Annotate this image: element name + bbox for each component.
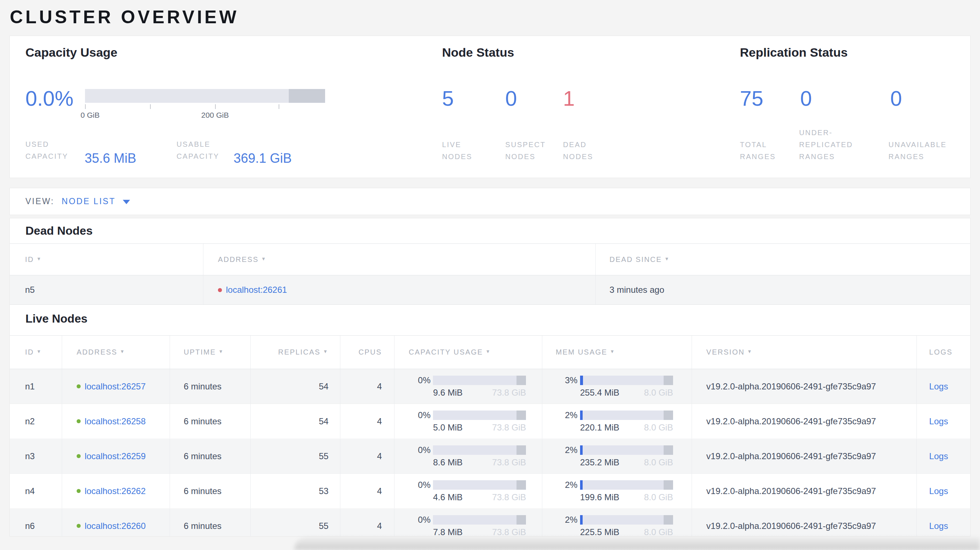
capacity-bar-endcap (517, 480, 526, 490)
node-address-cell: localhost:26258 (62, 404, 170, 439)
node-capacity-usage: 0% 9.6 MiB 73.8 GiB (395, 369, 542, 404)
live-status-dot-icon (76, 419, 81, 423)
total-ranges-count: 75 (740, 86, 764, 110)
node-version: v19.2.0-alpha.20190606-2491-gfe735c9a97 (692, 509, 917, 537)
live-node-row: n6 localhost:26260 6 minutes 55 4 0% 7.8… (10, 509, 970, 537)
capacity-bar-endcap (517, 445, 526, 455)
header-cpus: CPUS (340, 335, 395, 369)
node-capacity-usage: 0% 7.8 MiB 73.8 GiB (395, 509, 542, 537)
header-capacity-usage[interactable]: CAPACITY USAGE▼ (395, 335, 542, 369)
sort-desc-icon[interactable]: ▼ (36, 256, 42, 262)
under-replicated-label: UNDER- REPLICATED RANGES (799, 127, 853, 163)
node-id: n2 (10, 404, 62, 439)
node-logs-cell: Logs (917, 416, 970, 426)
node-address-link[interactable]: localhost:26262 (84, 486, 146, 496)
mem-bar (580, 376, 673, 385)
sort-desc-icon[interactable]: ▼ (323, 349, 328, 354)
logs-link[interactable]: Logs (929, 382, 948, 391)
logs-link[interactable]: Logs (929, 521, 948, 531)
header-id[interactable]: ID▼ (10, 335, 62, 369)
content-edge-shadow (294, 537, 980, 550)
mem-bar (580, 445, 673, 455)
dead-since-value: 3 minutes ago (596, 285, 970, 295)
mem-bar (580, 515, 673, 525)
header-address[interactable]: ADDRESS▼ (204, 244, 596, 275)
unavailable-ranges-label: UNAVAILABLE RANGES (888, 139, 947, 163)
mem-bar-endcap (663, 445, 673, 455)
capacity-usage-title: Capacity Usage (25, 45, 117, 60)
sort-desc-icon[interactable]: ▼ (664, 256, 670, 262)
header-mem-usage[interactable]: MEM USAGE▼ (542, 335, 692, 369)
page-title: CLUSTER OVERVIEW (10, 6, 239, 28)
dead-node-address-link[interactable]: localhost:26261 (226, 285, 287, 295)
node-capacity-usage: 0% 5.0 MiB 73.8 GiB (395, 404, 542, 439)
sort-desc-icon[interactable]: ▼ (218, 349, 224, 354)
node-address-link[interactable]: localhost:26257 (84, 382, 146, 392)
dead-node-address-cell: localhost:26261 (204, 275, 596, 304)
node-version: v19.2.0-alpha.20190606-2491-gfe735c9a97 (692, 474, 917, 508)
dead-nodes-heading: Dead Nodes (25, 224, 92, 238)
dead-nodes-label: DEAD NODES (563, 139, 593, 163)
logs-link[interactable]: Logs (929, 416, 948, 426)
node-status-title: Node Status (442, 45, 514, 60)
header-replicas[interactable]: REPLICAS▼ (251, 335, 341, 369)
dead-nodes-count: 1 (563, 86, 574, 110)
node-uptime: 6 minutes (170, 404, 251, 439)
chevron-down-icon[interactable] (123, 200, 130, 204)
usable-capacity-label: USABLE CAPACITY (177, 138, 220, 162)
node-address-link[interactable]: localhost:26260 (84, 521, 146, 531)
mem-bar-endcap (663, 480, 673, 490)
node-replicas: 54 (251, 369, 341, 404)
gauge-tick (150, 104, 151, 109)
used-capacity-value: 35.6 MiB (84, 151, 136, 166)
usable-capacity-value: 369.1 GiB (234, 151, 292, 166)
node-uptime: 6 minutes (170, 439, 251, 473)
unavailable-ranges-count: 0 (890, 86, 902, 110)
sort-desc-icon[interactable]: ▼ (486, 349, 491, 354)
sort-desc-icon[interactable]: ▼ (261, 256, 267, 262)
live-node-row: n3 localhost:26259 6 minutes 55 4 0% 8.6… (10, 439, 970, 474)
node-mem-usage: 3% 255.4 MiB 8.0 GiB (542, 369, 692, 404)
used-capacity-label: USED CAPACITY (25, 138, 68, 162)
node-replicas: 54 (251, 404, 341, 439)
cluster-summary-card: Capacity Usage 0.0% 0 GiB 200 GiB USED C… (10, 36, 970, 178)
replication-status-title: Replication Status (740, 45, 848, 60)
gauge-tick (85, 104, 86, 109)
mem-bar (580, 480, 673, 490)
header-id[interactable]: ID▼ (10, 244, 204, 275)
view-dropdown[interactable]: NODE LIST (62, 197, 116, 206)
live-status-dot-icon (76, 384, 81, 388)
node-address-cell: localhost:26257 (62, 369, 170, 404)
mem-bar (580, 410, 673, 420)
live-node-row: n1 localhost:26257 6 minutes 54 4 0% 9.6… (10, 369, 970, 404)
gauge-tick-label-200: 200 GiB (201, 111, 229, 119)
node-replicas: 53 (251, 474, 341, 508)
dead-node-id: n5 (10, 275, 204, 304)
sort-desc-icon[interactable]: ▼ (747, 349, 752, 354)
node-cpus: 4 (340, 474, 395, 508)
suspect-nodes-label: SUSPECT NODES (505, 139, 546, 163)
sort-desc-icon[interactable]: ▼ (120, 349, 125, 354)
header-version[interactable]: VERSION▼ (692, 335, 917, 369)
sort-desc-icon[interactable]: ▼ (610, 349, 615, 354)
mem-bar-endcap (663, 376, 673, 385)
mem-bar-endcap (663, 515, 673, 525)
sort-desc-icon[interactable]: ▼ (36, 349, 42, 354)
node-address-link[interactable]: localhost:26258 (84, 416, 146, 426)
live-status-dot-icon (76, 489, 81, 493)
node-id: n6 (10, 509, 62, 537)
node-address-link[interactable]: localhost:26259 (84, 451, 146, 461)
node-id: n4 (10, 474, 62, 508)
logs-link[interactable]: Logs (929, 451, 948, 461)
node-cpus: 4 (340, 369, 395, 404)
node-mem-usage: 2% 199.6 MiB 8.0 GiB (542, 474, 692, 508)
header-address[interactable]: ADDRESS▼ (62, 335, 170, 369)
node-id: n3 (10, 439, 62, 473)
dead-nodes-table: ID▼ ADDRESS▼ DEAD SINCE▼ n5 localhost:26… (10, 243, 970, 305)
header-dead-since[interactable]: DEAD SINCE▼ (596, 255, 970, 264)
gauge-tick (215, 104, 216, 109)
header-uptime[interactable]: UPTIME▼ (170, 335, 251, 369)
header-logs: LOGS (917, 348, 970, 356)
logs-link[interactable]: Logs (929, 486, 948, 496)
node-mem-usage: 2% 220.1 MiB 8.0 GiB (542, 404, 692, 439)
